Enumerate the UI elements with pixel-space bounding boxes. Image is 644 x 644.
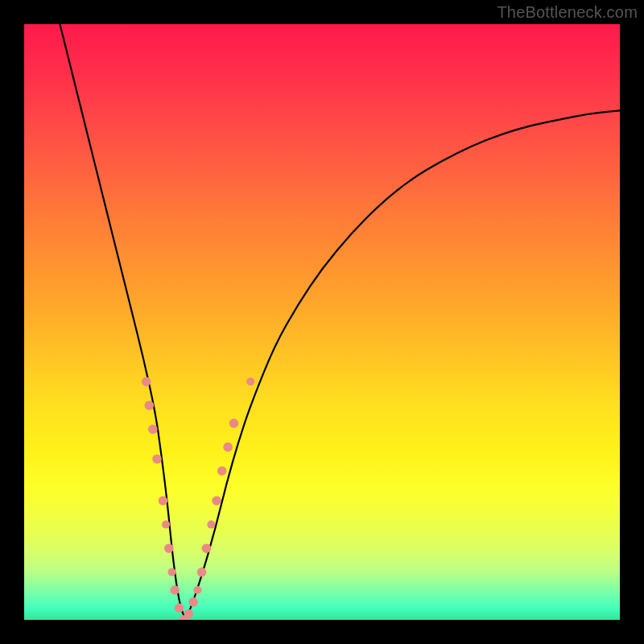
bottleneck-curve-line	[60, 24, 620, 617]
bottleneck-curve-svg	[24, 24, 620, 620]
data-point-marker	[170, 585, 180, 595]
data-point-marker	[223, 443, 233, 452]
data-point-marker	[212, 496, 221, 506]
data-point-marker	[217, 466, 227, 476]
plot-area	[24, 24, 620, 620]
data-point-marker	[175, 603, 184, 613]
data-point-marker	[148, 424, 158, 434]
data-point-marker	[142, 377, 151, 386]
data-point-marker	[188, 597, 198, 607]
data-point-marker	[168, 568, 176, 576]
data-point-marker	[164, 543, 174, 553]
chart-frame: TheBottleneck.com	[0, 0, 644, 644]
data-point-markers	[142, 377, 254, 620]
data-point-marker	[159, 496, 168, 506]
data-point-marker	[184, 609, 193, 619]
curve-group	[60, 24, 620, 617]
data-point-marker	[207, 521, 215, 529]
data-point-marker	[202, 543, 212, 553]
data-point-marker	[145, 401, 155, 411]
data-point-marker	[152, 454, 162, 464]
data-point-marker	[162, 521, 170, 529]
data-point-marker	[193, 586, 201, 594]
data-point-marker	[246, 378, 254, 386]
data-point-marker	[197, 568, 207, 577]
watermark-text: TheBottleneck.com	[497, 3, 638, 22]
data-point-marker	[229, 419, 239, 428]
